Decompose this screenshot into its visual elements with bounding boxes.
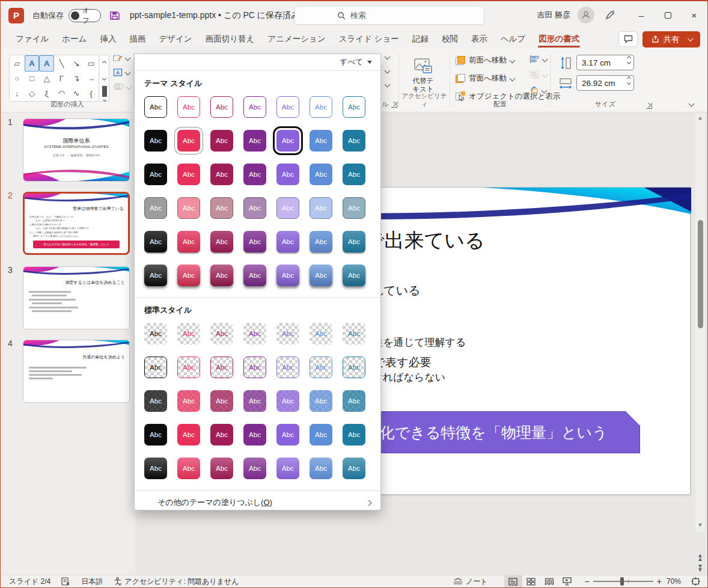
style-swatch-theme-r3c2[interactable]: Abc (210, 197, 233, 219)
merge-shapes-button[interactable] (113, 82, 131, 91)
gallery-more-icon[interactable] (100, 86, 109, 101)
style-swatch-theme-r4c2[interactable]: Abc (210, 231, 233, 253)
tab-3[interactable]: 描画 (123, 29, 152, 49)
shape-tool-0[interactable]: ▱ (10, 55, 25, 72)
shape-tool-1[interactable]: A (25, 55, 40, 72)
rotate-objects-button[interactable] (529, 86, 547, 94)
style-swatch-theme-r1c2[interactable]: Abc (210, 130, 233, 152)
style-swatch-theme-r0c3[interactable]: Abc (243, 96, 266, 118)
next-slide-button[interactable]: ▼▼ (697, 565, 703, 572)
style-swatch-theme-r0c0[interactable]: Abc (144, 96, 167, 118)
style-swatch-theme-r3c6[interactable]: Abc (343, 197, 365, 219)
chevron-down-icon[interactable] (385, 82, 391, 88)
accessibility-status[interactable]: アクセシビリティ: 問題ありません (108, 575, 244, 587)
tab-2[interactable]: 挿入 (93, 29, 123, 49)
style-swatch-theme-r1c0[interactable]: Abc (144, 130, 167, 152)
shape-tool-17[interactable]: { (84, 86, 99, 101)
chevron-down-icon[interactable] (385, 54, 391, 60)
tab-6[interactable]: アニメーション (261, 29, 332, 49)
zoom-in-button[interactable]: + (657, 577, 662, 586)
shape-tool-16[interactable]: ∿ (69, 86, 84, 101)
style-swatch-preset-r4c6[interactable]: Abc (343, 458, 365, 479)
shape-height-input[interactable]: 3.17 cm (576, 55, 634, 70)
style-swatch-preset-r4c0[interactable]: Abc (144, 458, 167, 479)
style-swatch-preset-r2c2[interactable]: Abc (210, 390, 233, 412)
share-button[interactable]: 共有 (642, 31, 700, 47)
style-swatch-preset-r1c3[interactable]: Abc (243, 357, 266, 378)
style-swatch-preset-r0c3[interactable]: Abc (243, 323, 266, 345)
edit-shape-button[interactable] (113, 54, 131, 63)
scroll-down-icon[interactable]: ▼ (695, 520, 705, 530)
style-swatch-preset-r4c1[interactable]: Abc (177, 458, 200, 479)
zoom-slider-thumb[interactable] (620, 577, 624, 586)
tab-7[interactable]: スライド ショー (332, 29, 406, 49)
tab-11[interactable]: ヘルプ (494, 29, 532, 49)
height-step-down-icon[interactable] (627, 60, 631, 64)
slide-2-thumbnail[interactable]: 世界は物理量で出来ている 世界は色々な「もの」で構成されている 「もの」は固有の… (23, 192, 130, 255)
style-swatch-preset-r0c1[interactable]: Abc (177, 323, 200, 345)
other-theme-fills-item[interactable]: その他のテーマの塗りつぶし(O) (135, 492, 380, 513)
gallery-scroll-up-icon[interactable] (100, 55, 109, 71)
slide-sorter-view-button[interactable] (522, 575, 540, 587)
tab-10[interactable]: 表示 (465, 29, 494, 49)
maximize-button[interactable] (655, 3, 681, 27)
style-swatch-preset-r0c6[interactable]: Abc (343, 323, 365, 345)
style-swatch-preset-r1c1[interactable]: Abc (177, 357, 200, 378)
style-swatch-theme-r3c4[interactable]: Abc (276, 197, 299, 219)
style-swatch-preset-r1c0[interactable]: Abc (144, 357, 167, 378)
style-swatch-preset-r3c3[interactable]: Abc (243, 424, 266, 446)
language-indicator[interactable]: 日本語 (76, 575, 108, 587)
width-step-down-icon[interactable] (627, 81, 631, 85)
tab-12[interactable]: 図形の書式 (532, 29, 586, 49)
style-swatch-preset-r3c1[interactable]: Abc (177, 424, 200, 446)
style-swatch-theme-r5c1[interactable]: Abc (177, 265, 200, 286)
shape-tool-9[interactable]: Γ (54, 72, 69, 87)
shape-tool-15[interactable]: ◠ (54, 86, 69, 101)
style-swatch-preset-r2c0[interactable]: Abc (144, 390, 167, 412)
style-swatch-preset-r1c6[interactable]: Abc (343, 357, 365, 378)
style-swatch-theme-r4c3[interactable]: Abc (243, 231, 266, 253)
shape-tool-4[interactable]: ↘ (69, 55, 84, 72)
style-filter[interactable]: すべて (135, 54, 380, 71)
style-swatch-preset-r4c3[interactable]: Abc (243, 458, 266, 479)
tab-8[interactable]: 記録 (406, 29, 435, 49)
style-swatch-preset-r2c4[interactable]: Abc (276, 390, 299, 412)
style-swatch-theme-r5c5[interactable]: Abc (310, 265, 332, 286)
style-swatch-preset-r4c2[interactable]: Abc (210, 458, 233, 479)
search-input[interactable]: 検索 (294, 6, 484, 25)
scrollbar-thumb[interactable] (698, 220, 703, 328)
tab-0[interactable]: ファイル (9, 29, 55, 49)
style-swatch-theme-r5c6[interactable]: Abc (343, 265, 365, 286)
style-swatch-theme-r3c1[interactable]: Abc (177, 197, 200, 219)
style-swatch-theme-r2c3[interactable]: Abc (243, 164, 266, 185)
reading-view-button[interactable] (540, 575, 558, 587)
style-swatch-theme-r1c1[interactable]: Abc (177, 130, 200, 152)
document-title[interactable]: ppt-sample1-temp.pptx • この PC に保存済み (130, 10, 310, 21)
notes-button[interactable]: ノート (448, 575, 493, 587)
tab-9[interactable]: 校閲 (435, 29, 465, 49)
style-swatch-theme-r1c4-selected[interactable]: Abc (276, 130, 299, 152)
style-swatch-theme-r4c1[interactable]: Abc (177, 231, 200, 253)
shape-tool-12[interactable]: ↓ (10, 86, 25, 101)
style-swatch-theme-r2c6[interactable]: Abc (343, 164, 365, 185)
minimize-button[interactable]: – (628, 3, 655, 27)
style-swatch-theme-r4c4[interactable]: Abc (276, 231, 299, 253)
powerpoint-app-icon[interactable]: P (8, 8, 24, 23)
normal-view-button[interactable] (504, 575, 522, 587)
style-swatch-preset-r0c4[interactable]: Abc (276, 323, 299, 345)
shape-tool-13[interactable]: ◇ (25, 86, 40, 101)
style-swatch-theme-r2c1[interactable]: Abc (177, 164, 200, 185)
style-swatch-theme-r0c1[interactable]: Abc (177, 96, 200, 118)
style-swatch-theme-r1c6[interactable]: Abc (343, 130, 365, 152)
slide-indicator[interactable]: スライド 2/4 (1, 575, 56, 587)
align-objects-button[interactable] (529, 55, 547, 63)
style-swatch-theme-r1c3[interactable]: Abc (243, 130, 266, 152)
style-swatch-preset-r4c4[interactable]: Abc (276, 458, 299, 479)
shape-tool-8[interactable]: △ (39, 72, 54, 87)
zoom-out-button[interactable]: − (585, 577, 590, 586)
style-swatch-theme-r3c0[interactable]: Abc (144, 197, 167, 219)
shape-tool-5[interactable]: ▭ (84, 55, 99, 72)
zoom-level[interactable]: 70% (662, 575, 686, 587)
style-swatch-theme-r2c2[interactable]: Abc (210, 164, 233, 185)
avatar[interactable] (578, 7, 594, 23)
